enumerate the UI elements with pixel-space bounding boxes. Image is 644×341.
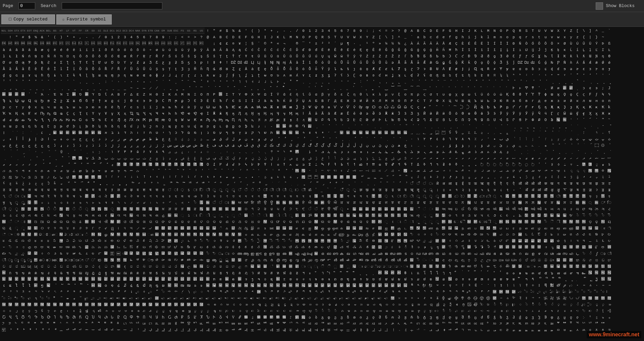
char-cell[interactable]: ௏ (96, 231, 103, 238)
char-cell[interactable]: ᅏ (504, 321, 511, 327)
char-cell[interactable]: ٝ (389, 136, 396, 142)
char-cell[interactable]: ໴ (332, 282, 338, 289)
char-cell[interactable]: ƍ (491, 53, 498, 59)
char-cell[interactable]: ͈ (256, 85, 262, 91)
char-cell[interactable]: ॾ (600, 187, 606, 193)
char-cell[interactable]: ࡼ (179, 174, 185, 180)
char-cell[interactable]: ࠘ (154, 168, 160, 174)
char-cell[interactable]: ݃ (20, 155, 26, 161)
char-cell[interactable]: ² (319, 40, 326, 47)
char-cell[interactable]: । (434, 187, 440, 193)
char-cell[interactable]: ᄡ (211, 321, 217, 327)
char-cell[interactable]: ૧ (453, 212, 460, 219)
char-cell[interactable]: Ҏ (498, 104, 504, 110)
char-cell[interactable]: ඄ (434, 257, 440, 263)
char-cell[interactable]: ࢁ (211, 174, 217, 180)
char-cell[interactable]: ှ (600, 301, 606, 308)
char-cell[interactable]: ɉ (466, 66, 472, 72)
char-cell[interactable]: ࠳ (326, 168, 332, 174)
char-cell[interactable]: ڍ (84, 142, 90, 149)
char-cell[interactable]: Ғ (523, 104, 530, 110)
char-cell[interactable]: ڰ (307, 142, 313, 149)
char-cell[interactable]: ߧ (453, 161, 460, 168)
char-cell[interactable]: ಷ (351, 244, 358, 250)
char-cell[interactable]: ౫ (479, 238, 485, 244)
char-cell[interactable]: ಗ (147, 244, 154, 250)
char-cell[interactable]: ׆ (39, 129, 45, 136)
char-cell[interactable]: ଇ (45, 219, 52, 225)
char-cell[interactable]: ڛ (173, 142, 179, 149)
char-cell[interactable]: ҙ (568, 104, 574, 110)
char-cell[interactable]: ် (574, 301, 581, 308)
char-cell[interactable]: ࣿ (402, 180, 409, 187)
char-cell[interactable]: ধ (249, 193, 256, 200)
char-cell[interactable]: ༣ (20, 289, 26, 295)
char-cell[interactable]: ۉ (466, 142, 472, 149)
char-cell[interactable]: ࠎ (90, 168, 96, 174)
char-cell[interactable]: Ԙ (154, 117, 160, 123)
char-cell[interactable]: ¸ (358, 40, 364, 47)
char-cell[interactable]: ʞ (396, 72, 402, 78)
char-cell[interactable]: ň (52, 53, 58, 59)
char-cell[interactable]: ؾ (192, 136, 198, 142)
char-cell[interactable]: d (434, 34, 440, 40)
char-cell[interactable]: n (498, 34, 504, 40)
char-cell[interactable]: ൊ (64, 257, 71, 263)
char-cell[interactable]: ӿ (606, 110, 612, 117)
char-cell[interactable]: ߦ (447, 161, 453, 168)
char-cell[interactable]: ි (319, 263, 326, 270)
char-cell[interactable]: B (217, 34, 224, 40)
char-cell[interactable]: ɋ (479, 66, 485, 72)
char-cell[interactable]: ؊ (472, 129, 479, 136)
char-cell[interactable] (205, 40, 211, 47)
char-cell[interactable]: ම (154, 263, 160, 270)
char-cell[interactable]: t (536, 34, 542, 40)
char-cell[interactable]: ࿛ (581, 295, 587, 301)
char-cell[interactable]: ո (154, 123, 160, 129)
char-cell[interactable]: ڗ (147, 142, 154, 149)
char-cell[interactable]: ݤ (230, 155, 236, 161)
char-cell[interactable]: ೂ (421, 244, 428, 250)
char-cell[interactable]: ࣷ (351, 180, 358, 187)
char-cell[interactable]: ႉ (466, 308, 472, 314)
char-cell[interactable]: ENQ (33, 27, 39, 34)
char-cell[interactable]: ͺ (574, 85, 581, 91)
char-cell[interactable]: 6 (338, 27, 345, 34)
char-cell[interactable]: ೔ (536, 244, 542, 250)
char-cell[interactable]: ď (300, 47, 307, 53)
char-cell[interactable]: ڮ (294, 142, 300, 149)
char-cell[interactable]: ˍ (84, 78, 90, 85)
char-cell[interactable]: ं (421, 180, 428, 187)
char-cell[interactable]: က (205, 301, 211, 308)
char-cell[interactable]: Ү (90, 110, 96, 117)
char-cell[interactable]: ۡ (7, 149, 13, 155)
char-cell[interactable]: ࣓ (122, 180, 128, 187)
char-cell[interactable]: ༚ (574, 282, 581, 289)
char-cell[interactable]: А (307, 98, 313, 104)
char-cell[interactable]: Թ (364, 117, 370, 123)
char-cell[interactable]: ൡ (211, 257, 217, 263)
char-cell[interactable]: ૹ (568, 212, 574, 219)
char-cell[interactable]: ׫ (275, 129, 281, 136)
char-cell[interactable]: Ζ (141, 91, 147, 98)
char-cell[interactable]:  (179, 40, 185, 47)
char-cell[interactable]: ࠻ (377, 168, 383, 174)
char-cell[interactable]: ֶ (549, 123, 555, 129)
char-cell[interactable]: ୣ (20, 225, 26, 231)
char-cell[interactable]: ૞ (396, 212, 402, 219)
char-cell[interactable]: ɨ (52, 72, 58, 78)
char-cell[interactable]: ᆧ (453, 327, 460, 333)
char-cell[interactable]: ࡝ (593, 168, 600, 174)
char-cell[interactable]: Ⴜ (179, 314, 185, 321)
char-cell[interactable]: ᄏ (96, 321, 103, 327)
char-cell[interactable]: ઽ (185, 212, 192, 219)
char-cell[interactable]: ൦ (243, 257, 249, 263)
char-cell[interactable]: ख़ (364, 187, 370, 193)
char-cell[interactable]: չ (160, 123, 166, 129)
char-cell[interactable]: ॠ (409, 187, 415, 193)
char-cell[interactable]: Ρ (211, 91, 217, 98)
char-cell[interactable]: ੣ (224, 206, 230, 212)
char-cell[interactable]: ഩ (466, 250, 472, 257)
char-cell[interactable]: ࿂ (421, 295, 428, 301)
char-cell[interactable]: ʨ (460, 72, 466, 78)
